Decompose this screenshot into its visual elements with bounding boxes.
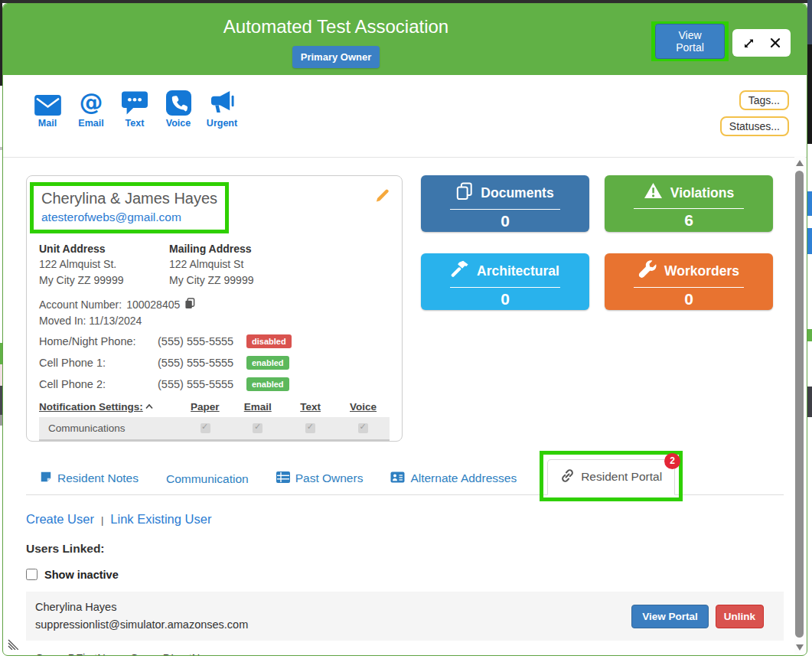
- scroll-down-arrow[interactable]: [796, 644, 804, 651]
- communication-toolbar: Mail @ Email Text Voice Urgent Tags... S…: [3, 75, 807, 158]
- tab-communication[interactable]: Communication: [152, 464, 263, 494]
- communications-row: Communications: [39, 417, 390, 441]
- text-checkbox[interactable]: [305, 423, 315, 433]
- column-text: Text: [284, 401, 337, 413]
- notification-count-badge: 2: [664, 453, 680, 469]
- urgent-action[interactable]: Urgent: [205, 86, 239, 157]
- urgent-icon: [205, 86, 239, 116]
- linked-user-row: OwnerDFirstName OwnerDLastName atesterof…: [26, 643, 784, 656]
- voice-icon: [161, 86, 195, 116]
- mail-icon: [31, 86, 64, 116]
- copy-icon[interactable]: [184, 298, 195, 312]
- tab-alternate-addresses[interactable]: Alternate Addresses: [377, 463, 530, 494]
- tab-strip: Resident Notes Communication Past Owners…: [26, 459, 784, 495]
- resident-name: Cherylina & James Hayes: [41, 190, 217, 207]
- notification-settings: Notification Settings: Paper Email Text …: [39, 401, 390, 441]
- portal-links-row: Create User|Link Existing User: [26, 512, 784, 527]
- phone-row-cell2: Cell Phone 2: (555) 555-5555 enabled: [39, 377, 390, 391]
- column-voice: Voice: [337, 401, 390, 413]
- show-inactive-checkbox[interactable]: [26, 569, 38, 580]
- modal-content: Cherylina & James Hayes atesterofwebs@gm…: [3, 158, 807, 655]
- voice-action[interactable]: Voice: [161, 86, 195, 157]
- workorders-card[interactable]: Workorders 0: [605, 253, 773, 310]
- scrollbar-thumb[interactable]: [795, 171, 804, 638]
- status-badge: disabled: [246, 334, 292, 348]
- resident-profile-card: Cherylina & James Hayes atesterofwebs@gm…: [26, 175, 403, 442]
- edit-pencil-icon[interactable]: [375, 188, 390, 206]
- address-card-icon: [390, 471, 405, 486]
- statuses-button[interactable]: Statuses...: [720, 116, 789, 136]
- content-scrollbar: [794, 156, 805, 654]
- column-paper: Paper: [178, 401, 231, 413]
- link-separator: |: [101, 514, 103, 526]
- account-number: 100028405: [126, 298, 180, 311]
- tab-resident-portal[interactable]: Resident Portal 2: [547, 459, 675, 495]
- email-action[interactable]: @ Email: [74, 86, 108, 157]
- create-user-link[interactable]: Create User: [26, 512, 94, 526]
- linked-user-row: Cherylina Hayes suppressionlist@simulato…: [26, 592, 784, 641]
- email-checkbox[interactable]: [253, 423, 263, 433]
- documents-icon: [456, 182, 473, 204]
- documents-count: 0: [421, 212, 589, 230]
- linked-user-name: OwnerDFirstName OwnerDLastName: [35, 650, 631, 656]
- violations-card[interactable]: Violations 6: [605, 175, 773, 232]
- account-number-row: Account Number: 100028405: [39, 298, 390, 312]
- text-icon: [118, 86, 152, 116]
- scroll-up-arrow[interactable]: [796, 160, 804, 166]
- view-portal-row-button[interactable]: View Portal: [631, 605, 709, 628]
- warning-icon: [644, 182, 663, 204]
- architectural-card[interactable]: Architectural 0: [421, 253, 589, 310]
- users-linked-heading: Users Linked:: [26, 542, 784, 556]
- architectural-count: 0: [421, 290, 589, 308]
- collapse-caret-icon: [143, 401, 154, 413]
- text-action[interactable]: Text: [118, 86, 152, 157]
- unlink-button[interactable]: Unlink: [716, 605, 764, 628]
- table-icon: [276, 471, 290, 486]
- phone-row-home: Home/Night Phone: (555) 555-5555 disable…: [39, 334, 390, 348]
- linked-user-email: suppressionlist@simulator.amazonses.com: [35, 616, 631, 634]
- tab-resident-notes[interactable]: Resident Notes: [26, 462, 152, 494]
- documents-card[interactable]: Documents 0: [421, 175, 589, 232]
- status-badge: enabled: [246, 377, 289, 391]
- window-controls: [732, 29, 791, 57]
- voice-checkbox[interactable]: [358, 423, 368, 433]
- mailing-address: Mailing Address 122 Almquist St My City …: [169, 241, 299, 288]
- tags-button[interactable]: Tags...: [739, 90, 789, 110]
- resident-email-link[interactable]: atesterofwebs@gmail.com: [41, 210, 181, 224]
- view-portal-button[interactable]: View Portal: [655, 24, 725, 59]
- phone-row-cell1: Cell Phone 1: (555) 555-5555 enabled: [39, 356, 390, 370]
- resize-grip[interactable]: [8, 639, 18, 653]
- email-icon: @: [74, 86, 108, 116]
- association-title: Automated Test Association: [2, 4, 738, 38]
- primary-owner-badge[interactable]: Primary Owner: [292, 46, 380, 68]
- tab-resident-portal-wrap: Resident Portal 2: [547, 459, 675, 494]
- expand-icon[interactable]: [742, 37, 755, 50]
- violations-count: 6: [605, 211, 773, 230]
- linked-user-name: Cherylina Hayes: [35, 599, 631, 616]
- column-email: Email: [231, 401, 284, 413]
- notification-settings-toggle[interactable]: Notification Settings:: [39, 401, 178, 413]
- tab-past-owners[interactable]: Past Owners: [263, 463, 377, 494]
- link-icon: [560, 468, 575, 486]
- view-portal-highlight-box: View Portal: [651, 21, 729, 61]
- backdrop-right-strip: [807, 0, 812, 672]
- hammer-icon: [451, 260, 469, 282]
- wrench-icon: [638, 260, 657, 282]
- note-icon: [40, 471, 52, 486]
- paper-checkbox[interactable]: [201, 423, 210, 433]
- summary-cards: Documents 0 Violations 6 Architectural 0…: [421, 175, 784, 310]
- moved-in-row: Moved In: 11/13/2024: [39, 315, 390, 327]
- unit-address: Unit Address 122 Almquist St. My City ZZ…: [39, 241, 169, 288]
- close-icon[interactable]: [770, 38, 781, 48]
- modal-header: Automated Test Association Primary Owner…: [3, 4, 807, 75]
- workorders-count: 0: [605, 290, 773, 308]
- status-badge: enabled: [246, 356, 289, 370]
- link-existing-user-link[interactable]: Link Existing User: [110, 512, 211, 526]
- name-highlight-box: Cherylina & James Hayes atesterofwebs@gm…: [30, 182, 229, 233]
- mail-action[interactable]: Mail: [31, 86, 64, 157]
- resident-detail-modal: Automated Test Association Primary Owner…: [2, 3, 807, 656]
- show-inactive-control: Show inactive: [26, 569, 784, 581]
